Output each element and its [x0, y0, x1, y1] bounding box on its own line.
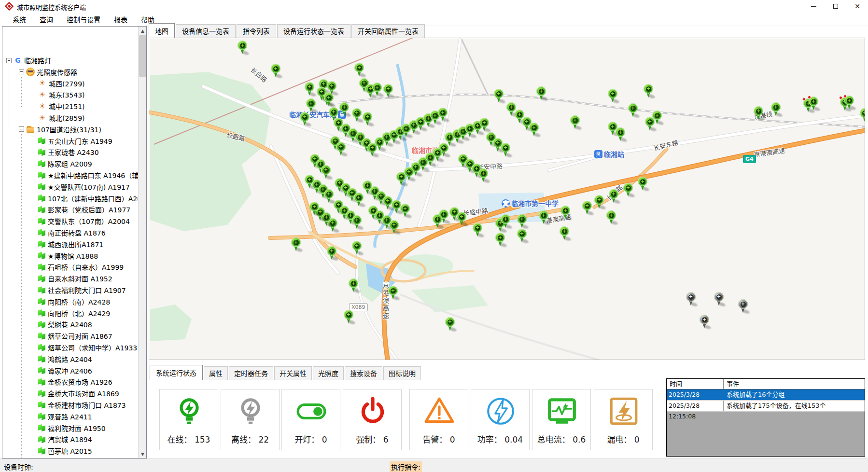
- map-pin[interactable]: +: [383, 84, 393, 98]
- map-pin[interactable]: +: [432, 214, 443, 229]
- map-pin[interactable]: +: [529, 123, 539, 137]
- menu-item-2[interactable]: 控制与设置: [60, 13, 107, 26]
- collapse-icon[interactable]: [19, 69, 24, 74]
- tree-device-4[interactable]: ★交警队西(107南) A1917: [38, 181, 130, 192]
- tree-device-3[interactable]: ★建新中路路口东 A1946（辅道灯）: [38, 170, 138, 180]
- map-pin[interactable]: +: [351, 108, 362, 123]
- event-log-col-event[interactable]: 事件: [724, 379, 865, 389]
- map-pin[interactable]: +: [714, 292, 724, 306]
- map-pin[interactable]: +: [559, 226, 570, 241]
- map-pin[interactable]: +: [354, 63, 364, 77]
- map-pin[interactable]: +: [299, 112, 310, 126]
- map-pin[interactable]: +: [738, 299, 748, 314]
- map-pin[interactable]: +: [538, 210, 549, 225]
- tree-device-15[interactable]: 向阳桥（北）A2429: [38, 308, 110, 319]
- map-pin[interactable]: +: [351, 215, 362, 230]
- tree-device-9[interactable]: 城西派出所A1871: [38, 239, 103, 250]
- map-pin[interactable]: +: [351, 241, 362, 255]
- tree-device-8[interactable]: 南正街转盘 A1876: [38, 227, 106, 238]
- tree-device-12[interactable]: 自来水斜对面 A1952: [38, 273, 112, 284]
- tree-device-0[interactable]: 五尖山大门东 A1949: [38, 136, 112, 146]
- map-pin[interactable]: +: [321, 165, 331, 180]
- map-pin[interactable]: +: [306, 98, 316, 113]
- map-pin[interactable]: +: [309, 202, 320, 216]
- tree-device-7[interactable]: 交警队东（107南）A2004: [38, 216, 130, 226]
- map-pin[interactable]: +: [608, 189, 619, 204]
- tree-device-13[interactable]: 社会福利院大门口 A1907: [38, 285, 126, 295]
- tree-sensor-3[interactable]: ☀城北(2859): [38, 112, 85, 123]
- event-log-col-time[interactable]: 时间: [667, 379, 724, 389]
- tree-device-25[interactable]: 福利院对面 A1950: [38, 423, 106, 433]
- tab-开关回路属性一览表[interactable]: 开关回路属性一览表: [351, 24, 425, 38]
- map-pin[interactable]: +: [753, 106, 764, 121]
- map-pin[interactable]: +: [291, 237, 301, 252]
- map-pin[interactable]: +: [270, 64, 281, 78]
- maximize-button[interactable]: [825, 0, 847, 13]
- tree-device-1[interactable]: 王家珑巷 A2430: [38, 147, 99, 157]
- tree-device-23[interactable]: 金桥建材市场门口 A1873: [38, 400, 126, 410]
- map-pin[interactable]: +: [362, 112, 373, 126]
- map-pin[interactable]: +: [495, 233, 505, 247]
- map-pin[interactable]: +: [560, 206, 571, 220]
- map-pin[interactable]: +: [770, 102, 781, 117]
- map-pin[interactable]: +: [582, 201, 592, 215]
- event-row-1[interactable]: 2025/3/28 12:15:08系统加载了175个设备，在线153个: [667, 401, 865, 412]
- bottom-tab-1[interactable]: 属性: [204, 366, 228, 380]
- tab-地图[interactable]: 地图: [149, 23, 175, 38]
- tree-device-18[interactable]: 烟草公司（求知中学）A1933: [38, 342, 137, 353]
- map-pin[interactable]: +: [389, 220, 399, 235]
- event-row-0[interactable]: 2025/3/28 12:15:08系统加载了16个分组: [667, 389, 865, 401]
- tree-device-5[interactable]: 107北（建新中路路口西）A2014: [38, 193, 138, 204]
- map-pin[interactable]: +: [615, 127, 626, 142]
- tree-root[interactable]: G临湘路灯: [6, 55, 51, 66]
- minimize-button[interactable]: [802, 0, 825, 13]
- map-pin[interactable]: +: [400, 204, 410, 218]
- map-pin[interactable]: +: [479, 118, 490, 132]
- map-pin[interactable]: +: [445, 317, 455, 332]
- bottom-tab-0[interactable]: 系统运行状态: [150, 365, 203, 380]
- tree-scrollbar[interactable]: ▲ ▼: [138, 27, 146, 458]
- tree-device-14[interactable]: 向阳桥（南）A2428: [38, 296, 110, 307]
- map-pin[interactable]: +: [570, 115, 580, 130]
- map-pin[interactable]: +: [336, 142, 346, 156]
- map-pin[interactable]: +: [517, 229, 527, 243]
- map-pin[interactable]: +: [339, 102, 350, 117]
- tree-device-22[interactable]: 金桥大市场对面 A1869: [38, 388, 119, 399]
- tree-device-group[interactable]: 107国道沿线(31/31): [19, 124, 101, 135]
- map-pin[interactable]: +: [456, 212, 467, 226]
- map-pin[interactable]: +: [500, 143, 511, 157]
- tree-device-6[interactable]: 彭家巷（党校后面）A1977: [38, 204, 130, 215]
- tree-sensor-1[interactable]: ☀城东(3543): [38, 89, 85, 100]
- map-pin[interactable]: +: [237, 41, 248, 55]
- bottom-tab-4[interactable]: 光照度: [313, 366, 344, 380]
- scroll-up-icon[interactable]: ▲: [139, 27, 147, 35]
- menu-item-1[interactable]: 查询: [33, 13, 60, 26]
- menu-item-0[interactable]: 系统: [6, 13, 33, 26]
- tree-device-27[interactable]: 芭茅塘 A2015: [38, 445, 92, 456]
- map-pin[interactable]: +: [388, 286, 398, 300]
- map-pin[interactable]: +: [323, 93, 334, 107]
- tree-sensor-0[interactable]: ☀城西(2799): [38, 78, 85, 89]
- tree-device-20[interactable]: 谭家冲 A2406: [38, 365, 92, 376]
- map-pin[interactable]: +: [372, 83, 382, 97]
- scrollbar-thumb[interactable]: [139, 35, 146, 77]
- map-pin[interactable]: +: [396, 172, 406, 186]
- close-button[interactable]: ✕: [847, 0, 868, 13]
- map-pin[interactable]: +: [652, 111, 662, 125]
- tree-device-17[interactable]: 烟草公司对面 A1867: [38, 331, 112, 341]
- map-pin[interactable]: +: [517, 214, 527, 229]
- map-pin[interactable]: +: [643, 84, 654, 98]
- tree-device-11[interactable]: 石咀桥（自来水）A1999: [38, 262, 124, 272]
- bottom-tab-5[interactable]: 搜索设备: [345, 366, 382, 380]
- map-pin[interactable]: +: [500, 214, 511, 229]
- map-pin[interactable]: +: [594, 195, 604, 209]
- bottom-tab-6[interactable]: 图标说明: [383, 366, 421, 380]
- tree-device-21[interactable]: 金桥农贸市场 A1926: [38, 376, 112, 387]
- tree-device-16[interactable]: 梨树巷 A2408: [38, 319, 92, 330]
- map-pin[interactable]: +: [606, 210, 616, 225]
- map-pin[interactable]: +: [536, 86, 546, 101]
- tab-设备信息一览表[interactable]: 设备信息一览表: [176, 24, 236, 38]
- map-pin[interactable]: +: [323, 189, 334, 204]
- tree-device-2[interactable]: 陈家组 A2009: [38, 158, 92, 169]
- map-pin[interactable]: +: [637, 177, 648, 191]
